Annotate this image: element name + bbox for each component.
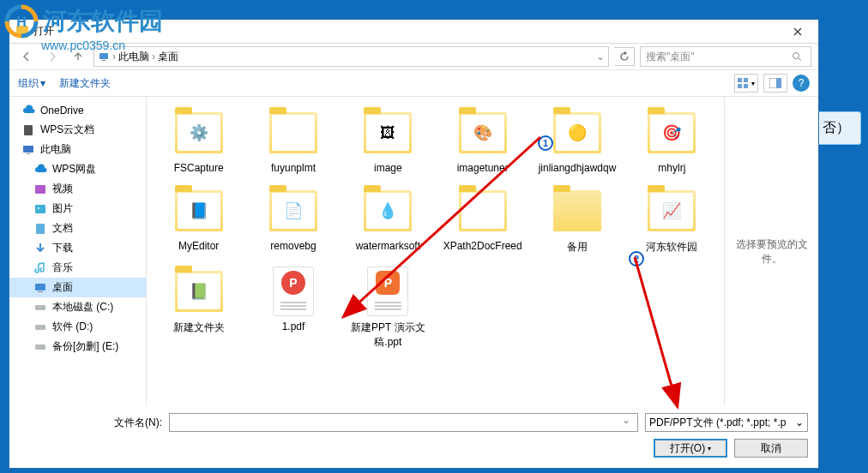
titlebar: 打开: [9, 20, 818, 44]
file-label: imagetuner: [457, 162, 509, 174]
sidebar-item-label: 桌面: [52, 280, 73, 295]
cloud-icon: [21, 104, 35, 117]
desktop-icon: [33, 281, 47, 295]
filetype-select[interactable]: PDF/PPT文件 (*.pdf; *.ppt; *.p ⌄: [645, 413, 808, 432]
search-input[interactable]: 搜索"桌面": [640, 46, 811, 67]
close-button[interactable]: [781, 20, 815, 43]
doc-icon: [21, 123, 35, 137]
chevron-icon: ›: [112, 51, 116, 63]
doc-icon: [33, 222, 47, 236]
download-icon: [33, 242, 47, 255]
annotation-badge-2: 2: [629, 251, 644, 266]
pc-icon: [21, 143, 35, 157]
disk-icon: [33, 340, 47, 354]
view-mode-button[interactable]: ▾: [734, 74, 758, 93]
sidebar-item-备份[勿删] (E:)[interactable]: 备份[勿删] (E:): [9, 337, 146, 356]
file-item[interactable]: 🎯mhylrj: [627, 104, 717, 177]
file-thumbnail: 🖼: [358, 107, 418, 159]
sidebar-item-图片[interactable]: 图片: [9, 199, 146, 219]
sidebar-item-桌面[interactable]: 桌面: [9, 278, 146, 297]
forward-button[interactable]: [42, 46, 63, 67]
file-item[interactable]: P1.pdf: [248, 262, 338, 353]
back-icon: [20, 50, 33, 63]
file-label: 备用: [567, 240, 588, 254]
disk-icon: [33, 301, 47, 314]
file-thumbnail: P: [358, 266, 418, 317]
sidebar-item-软件 (D:)[interactable]: 软件 (D:): [9, 317, 146, 337]
file-item[interactable]: 💧watermarksoft: [343, 182, 433, 258]
file-item[interactable]: 🖼image: [343, 104, 433, 177]
file-thumbnail: 🟡: [547, 107, 607, 159]
preview-toggle-button[interactable]: [763, 74, 787, 93]
svg-rect-11: [24, 125, 33, 135]
breadcrumb-current[interactable]: 桌面: [158, 50, 178, 64]
svg-rect-24: [35, 344, 45, 350]
chevron-down-icon: ▾: [708, 445, 711, 452]
file-thumbnail: [547, 185, 607, 236]
file-item[interactable]: 📘MyEditor: [154, 182, 244, 258]
refresh-icon: [619, 51, 630, 62]
sidebar-item-下载[interactable]: 下载: [9, 238, 146, 258]
sidebar-item-OneDrive[interactable]: OneDrive: [9, 101, 146, 120]
preview-empty-text: 选择要预览的文件。: [733, 237, 810, 266]
svg-rect-22: [35, 325, 45, 330]
file-label: 新建文件夹: [173, 320, 225, 335]
svg-rect-25: [42, 347, 44, 348]
file-thumbnail: 🎨: [453, 107, 513, 159]
sidebar-item-此电脑[interactable]: 此电脑: [9, 140, 146, 159]
file-item[interactable]: 🎨imagetuner: [437, 104, 527, 177]
file-label: mhylrj: [658, 162, 685, 174]
sidebar-item-视频[interactable]: 视频: [9, 179, 146, 199]
file-thumbnail: 📈: [642, 185, 702, 236]
breadcrumb[interactable]: › 此电脑 › 桌面 ⌄: [93, 46, 609, 67]
file-item[interactable]: 备用: [532, 182, 622, 258]
up-icon: [71, 50, 85, 63]
dialog-title: 打开: [33, 24, 781, 39]
open-button[interactable]: 打开(O) ▾: [654, 439, 727, 458]
preview-pane: 选择要预览的文件。: [724, 97, 818, 406]
file-item[interactable]: fuyunplmt: [248, 104, 338, 177]
file-label: 1.pdf: [282, 320, 305, 332]
up-button[interactable]: [68, 46, 88, 67]
sidebar-item-文档[interactable]: 文档: [9, 219, 146, 238]
svg-point-16: [38, 207, 39, 209]
sidebar-item-label: OneDrive: [40, 105, 84, 117]
svg-rect-7: [738, 84, 742, 88]
svg-rect-23: [42, 327, 44, 328]
file-item[interactable]: XPath2DocFreed: [437, 182, 527, 258]
svg-rect-6: [744, 78, 748, 82]
file-item[interactable]: 📗新建文件夹: [154, 262, 244, 353]
chevron-down-icon[interactable]: ⌄: [622, 414, 630, 426]
file-thumbnail: 🎯: [642, 107, 702, 159]
filename-input[interactable]: ⌄: [169, 413, 638, 432]
sidebar-item-本地磁盘 (C:)[interactable]: 本地磁盘 (C:): [9, 297, 146, 317]
file-item[interactable]: ⚙️FSCapture: [154, 104, 244, 177]
breadcrumb-root[interactable]: 此电脑: [118, 50, 149, 64]
file-label: removebg: [270, 240, 316, 252]
svg-rect-19: [38, 291, 43, 292]
file-item[interactable]: 📄removebg: [248, 182, 338, 258]
file-item[interactable]: P新建PPT 演示文稿.ppt: [343, 262, 433, 353]
svg-rect-12: [23, 146, 33, 153]
preview-icon: [769, 78, 781, 88]
file-item[interactable]: 📈河东软件园: [627, 182, 717, 258]
file-thumbnail: P: [263, 266, 323, 317]
file-label: XPath2DocFreed: [443, 240, 522, 252]
cancel-button[interactable]: 取消: [734, 439, 808, 458]
organize-menu[interactable]: 组织 ▾: [18, 76, 45, 91]
sidebar-item-label: WPS云文档: [40, 123, 94, 137]
annotation-badge-1: 1: [538, 135, 553, 151]
sidebar-item-WPS云文档[interactable]: WPS云文档: [9, 120, 146, 140]
back-button[interactable]: [16, 46, 37, 67]
new-folder-button[interactable]: 新建文件夹: [59, 76, 111, 91]
svg-rect-21: [42, 308, 44, 308]
chevron-down-icon[interactable]: ⌄: [596, 51, 605, 63]
sidebar-item-音乐[interactable]: 音乐: [9, 258, 146, 278]
file-label: 新建PPT 演示文稿.ppt: [347, 320, 430, 350]
file-label: MyEditor: [178, 240, 219, 252]
svg-rect-2: [99, 53, 108, 59]
help-button[interactable]: ?: [793, 75, 810, 92]
sidebar-item-WPS网盘[interactable]: WPS网盘: [9, 159, 146, 179]
svg-rect-18: [35, 284, 45, 290]
refresh-button[interactable]: [614, 47, 635, 66]
